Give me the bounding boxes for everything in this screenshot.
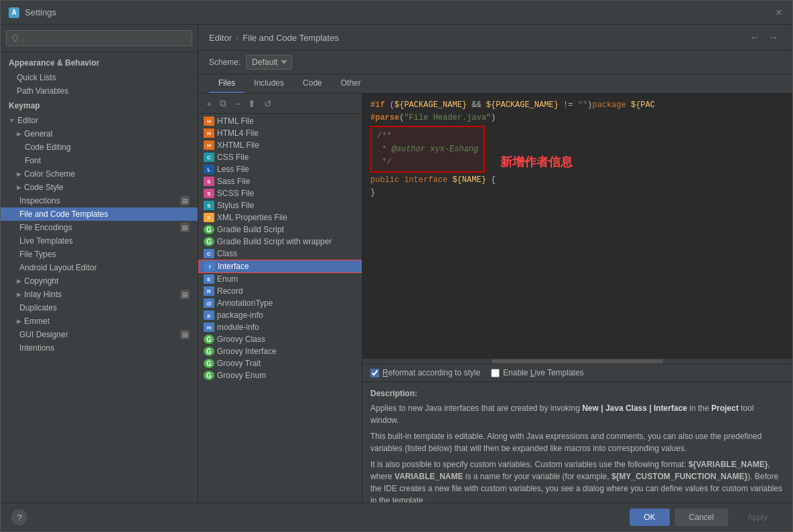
editor-scrollbar[interactable] [362, 358, 792, 363]
file-item-stylus[interactable]: S Stylus File [198, 199, 362, 211]
file-label-package-info: package-info [217, 311, 263, 320]
file-item-enum[interactable]: E Enum [198, 273, 362, 285]
sidebar-item-live-templates[interactable]: Live Templates [1, 234, 198, 248]
sidebar-item-duplicates[interactable]: Duplicates [1, 301, 198, 315]
file-label-gradle: Gradle Build Script [217, 225, 284, 234]
copyright-chevron: ▶ [17, 278, 21, 284]
sidebar-item-appearance[interactable]: Appearance & Behavior [1, 55, 198, 71]
annotation-label: 新增作者信息 [500, 155, 573, 169]
code-and-desc: #if (${PACKAGE_NAME} && ${PACKAGE_NAME} … [362, 94, 792, 503]
sidebar-item-quick-lists[interactable]: Quick Lists [1, 71, 198, 84]
code-editor[interactable]: #if (${PACKAGE_NAME} && ${PACKAGE_NAME} … [362, 94, 792, 358]
file-item-record[interactable]: R Record [198, 285, 362, 297]
search-input[interactable] [6, 30, 192, 46]
reformat-checkbox-label[interactable]: Reformat according to style [370, 368, 480, 377]
file-item-gradle-wrapper[interactable]: G Gradle Build Script with wrapper [198, 236, 362, 248]
file-item-module-info[interactable]: m module-info [198, 321, 362, 333]
sidebar-item-file-types[interactable]: File Types [1, 248, 198, 261]
file-item-xhtml[interactable]: H XHTML File [198, 139, 362, 151]
inspections-label: Inspections [19, 196, 60, 205]
reset-template-button[interactable]: ↺ [261, 96, 275, 110]
file-item-interface[interactable]: I Interface [198, 260, 362, 273]
apply-button[interactable]: Apply [733, 509, 782, 526]
sidebar-item-code-editing[interactable]: Code Editing [1, 141, 198, 154]
cancel-button[interactable]: Cancel [675, 509, 728, 526]
bottom-bar: ? OK Cancel Apply [1, 503, 792, 531]
html4-icon: H [204, 128, 214, 138]
file-item-xml-properties[interactable]: X XML Properties File [198, 211, 362, 224]
file-item-less[interactable]: L Less File [198, 163, 362, 175]
sidebar-item-emmet[interactable]: ▶ Emmet [1, 315, 198, 328]
breadcrumb-separator: › [236, 33, 238, 43]
file-item-package-info[interactable]: p package-info [198, 309, 362, 321]
code-line-2: #parse("File Header.java") [370, 112, 784, 124]
live-templates-checkbox[interactable] [491, 369, 500, 377]
sidebar-item-font[interactable]: Font [1, 154, 198, 167]
copy-template-button[interactable]: ⧉ [217, 96, 229, 110]
sidebar-item-inspections[interactable]: Inspections ▤ [1, 194, 198, 207]
breadcrumb: Editor › File and Code Templates ← → [198, 25, 792, 51]
file-item-scss[interactable]: S SCSS File [198, 187, 362, 199]
tab-other[interactable]: Other [332, 74, 370, 93]
file-item-groovy-class[interactable]: G Groovy Class [198, 333, 362, 345]
sidebar-item-editor[interactable]: ▼ Editor [1, 114, 198, 127]
sidebar-item-copyright[interactable]: ▶ Copyright [1, 274, 198, 288]
remove-template-button[interactable]: − [232, 96, 242, 110]
tab-files[interactable]: Files [209, 74, 244, 93]
content-area: + ⧉ − ⬆ ↺ H HTML File H HTML4 File [198, 94, 792, 503]
sidebar-item-path-variables[interactable]: Path Variables [1, 84, 198, 98]
color-scheme-chevron: ▶ [17, 171, 21, 177]
restore-template-button[interactable]: ⬆ [245, 96, 259, 110]
sidebar-item-code-style[interactable]: ▶ Code Style [1, 181, 198, 194]
file-item-groovy-interface[interactable]: G Groovy Interface [198, 345, 362, 357]
sidebar-item-android-layout-editor[interactable]: Android Layout Editor [1, 261, 198, 274]
sidebar-item-general[interactable]: ▶ General [1, 127, 198, 141]
sidebar-item-file-encodings[interactable]: File Encodings ▤ [1, 221, 198, 234]
groovy-trait-icon: G [204, 359, 214, 368]
tab-includes[interactable]: Includes [244, 74, 293, 93]
sidebar-item-keymap[interactable]: Keymap [1, 98, 198, 114]
file-label-html4: HTML4 File [217, 128, 259, 138]
file-label-xml-properties: XML Properties File [217, 213, 287, 222]
sidebar-item-gui-designer[interactable]: GUI Designer ▤ [1, 328, 198, 341]
file-item-groovy-enum[interactable]: G Groovy Enum [198, 369, 362, 381]
file-item-css[interactable]: C CSS File [198, 151, 362, 163]
tab-code[interactable]: Code [293, 74, 332, 93]
main-panel: Editor › File and Code Templates ← → Sch… [198, 25, 792, 503]
file-label-groovy-trait: Groovy Trait [217, 359, 261, 368]
file-list: + ⧉ − ⬆ ↺ H HTML File H HTML4 File [198, 94, 362, 503]
scheme-row: Scheme: Default Project [198, 51, 792, 74]
back-button[interactable]: ← [747, 30, 763, 45]
code-style-chevron: ▶ [17, 184, 21, 191]
file-item-gradle[interactable]: G Gradle Build Script [198, 224, 362, 236]
file-item-sass[interactable]: S Sass File [198, 175, 362, 187]
xml-icon: X [204, 213, 214, 222]
inlay-hints-inner: ▶ Inlay Hints [17, 290, 62, 299]
forward-button[interactable]: → [766, 30, 782, 45]
reformat-checkbox[interactable] [370, 369, 379, 377]
file-item-class[interactable]: C Class [198, 248, 362, 260]
file-item-groovy-trait[interactable]: G Groovy Trait [198, 357, 362, 369]
inlay-hints-badge: ▤ [180, 290, 190, 299]
title-bar: A Settings × [1, 1, 792, 25]
stylus-icon: S [204, 201, 214, 210]
help-button[interactable]: ? [11, 509, 27, 525]
ok-button[interactable]: OK [630, 509, 669, 526]
sidebar-label-general: General [24, 129, 53, 139]
breadcrumb-editor: Editor [209, 33, 232, 43]
enum-icon: E [204, 274, 214, 284]
file-item-annotation[interactable]: @ AnnotationType [198, 297, 362, 309]
sidebar-item-intentions[interactable]: Intentions [1, 341, 198, 355]
sidebar-item-color-scheme[interactable]: ▶ Color Scheme [1, 167, 198, 181]
close-button[interactable]: × [774, 7, 784, 18]
settings-dialog: A Settings × Appearance & Behavior Quick… [0, 0, 793, 532]
file-item-html[interactable]: H HTML File [198, 115, 362, 127]
live-templates-checkbox-label[interactable]: Enable Live Templates [491, 368, 584, 377]
sidebar-item-file-and-code-templates[interactable]: File and Code Templates [1, 207, 198, 221]
editor-chevron: ▼ [9, 117, 15, 124]
file-item-html4[interactable]: H HTML4 File [198, 127, 362, 139]
file-encodings-label: File Encodings [19, 223, 72, 232]
sidebar-item-inlay-hints[interactable]: ▶ Inlay Hints ▤ [1, 288, 198, 301]
add-template-button[interactable]: + [204, 96, 214, 110]
scheme-select[interactable]: Default Project [246, 55, 292, 70]
